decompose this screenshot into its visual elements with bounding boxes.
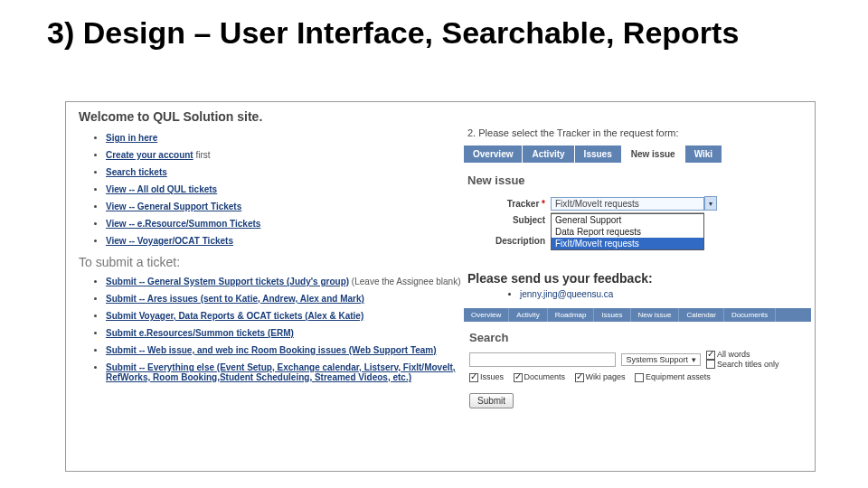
equipment-label: Equipment assets — [646, 372, 711, 381]
submit-item: Submit Voyager, Data Reports & OCAT tick… — [106, 311, 464, 321]
submit-heading: To submit a ticket: — [79, 255, 464, 269]
submit-tail: (Leave the Assignee blank) — [349, 277, 460, 286]
tracker-selected-text: FixIt/MoveIt requests — [555, 199, 639, 209]
search-options-right: All words Search titles only — [706, 350, 806, 369]
search-input[interactable] — [469, 352, 616, 367]
all-words-checkbox[interactable] — [706, 351, 715, 360]
nav-item: View -- General Support Tickets — [106, 202, 464, 211]
tab2-roadmap[interactable]: Roadmap — [548, 308, 595, 322]
welcome-heading: Welcome to QUL Solution site. — [79, 109, 464, 124]
documents-checkbox[interactable] — [514, 373, 523, 382]
screenshot-panel: Welcome to QUL Solution site. Sign in he… — [65, 101, 816, 472]
tab2-activity[interactable]: Activity — [509, 308, 547, 322]
nav-link[interactable]: View -- Voyager/OCAT Tickets — [106, 236, 233, 246]
nav-item: Sign in here — [106, 133, 464, 143]
nav-item: View -- All old QUL tickets — [106, 184, 464, 194]
dropdown-arrow-icon[interactable]: ▾ — [704, 196, 717, 211]
tracker-options: General Support Data Report requests Fix… — [551, 213, 704, 250]
tab-wiki[interactable]: Wiki — [685, 145, 722, 163]
nav-link[interactable]: Search tickets — [106, 167, 167, 177]
nav-item: View -- Voyager/OCAT Tickets — [106, 236, 464, 246]
submit-item: Submit -- Web issue, and web inc Room Bo… — [106, 345, 464, 355]
nav-item: View -- e.Resource/Summon Tickets — [106, 219, 464, 229]
wiki-checkbox[interactable] — [575, 373, 584, 382]
submit-link-list: Submit -- General System Support tickets… — [106, 277, 464, 382]
submit-item: Submit -- General System Support tickets… — [106, 277, 464, 286]
all-words-label: All words — [717, 350, 750, 359]
chevron-down-icon: ▾ — [692, 355, 696, 364]
nav-link[interactable]: View -- All old QUL tickets — [106, 184, 217, 194]
nav-link-list: Sign in here Create your account first S… — [106, 133, 464, 246]
submit-link[interactable]: Submit Voyager, Data Reports & OCAT tick… — [106, 311, 363, 321]
search-tabbar: Overview Activity Roadmap Issues New iss… — [464, 308, 811, 322]
feedback-email-link[interactable]: jenny.jing@queensu.ca — [520, 289, 613, 299]
tracker-option[interactable]: General Support — [552, 214, 703, 226]
titles-only-checkbox[interactable] — [706, 360, 715, 369]
search-type-row: Issues Documents Wiki pages Equipment as… — [469, 372, 806, 382]
tab-issues[interactable]: Issues — [575, 145, 622, 163]
required-asterisk: * — [542, 199, 545, 209]
tracker-tabbar: Overview Activity Issues New issue Wiki — [464, 145, 811, 163]
tab2-new-issue[interactable]: New issue — [631, 308, 680, 322]
tab-overview[interactable]: Overview — [464, 145, 523, 163]
feedback-heading: Please send us your feedback: — [467, 271, 811, 286]
tracker-option[interactable]: Data Report requests — [552, 226, 703, 238]
tracker-row: Tracker * FixIt/MoveIt requests General … — [464, 196, 811, 211]
nav-item: Search tickets — [106, 167, 464, 177]
tab-activity[interactable]: Activity — [523, 145, 574, 163]
submit-link[interactable]: Submit e.Resources/Summon tickets (ERM) — [106, 328, 294, 338]
description-label: Description — [464, 236, 551, 246]
nav-tail: first — [193, 150, 211, 160]
submit-link[interactable]: Submit -- Ares issues (sent to Katie, An… — [106, 294, 364, 304]
search-row: Systems Support ▾ All words Search title… — [469, 350, 806, 369]
slide-title: 3) Design – User Interface, Searchable, … — [0, 0, 868, 50]
equipment-checkbox[interactable] — [635, 373, 644, 382]
tracker-option-highlighted[interactable]: FixIt/MoveIt requests — [552, 238, 703, 249]
nav-link[interactable]: View -- e.Resource/Summon Tickets — [106, 219, 260, 229]
tracker-label: Tracker * — [464, 199, 551, 209]
nav-link[interactable]: View -- General Support Tickets — [106, 202, 241, 211]
feedback-item: jenny.jing@queensu.ca — [520, 289, 811, 299]
tracker-dropdown[interactable]: FixIt/MoveIt requests General Support Da… — [551, 197, 704, 211]
nav-link[interactable]: Create your account — [106, 150, 193, 160]
tab2-issues[interactable]: Issues — [594, 308, 630, 322]
tab2-overview[interactable]: Overview — [464, 308, 509, 322]
tab-new-issue[interactable]: New issue — [622, 145, 685, 163]
right-column: 2. Please select the Tracker in the requ… — [464, 108, 811, 408]
submit-link[interactable]: Submit -- Web issue, and web inc Room Bo… — [106, 345, 437, 355]
nav-item: Create your account first — [106, 150, 464, 160]
tab2-documents[interactable]: Documents — [724, 308, 776, 322]
documents-label: Documents — [524, 372, 566, 381]
search-heading: Search — [469, 331, 811, 344]
new-issue-title: New issue — [467, 174, 811, 187]
nav-link[interactable]: Sign in here — [106, 133, 157, 143]
search-scope-select[interactable]: Systems Support ▾ — [621, 353, 701, 366]
submit-item: Submit e.Resources/Summon tickets (ERM) — [106, 328, 464, 338]
subject-label: Subject — [464, 215, 551, 225]
left-column: Welcome to QUL Solution site. Sign in he… — [75, 106, 464, 389]
submit-item: Submit -- Everything else (Event Setup, … — [106, 362, 464, 382]
step-2-label: 2. Please select the Tracker in the requ… — [467, 127, 811, 138]
issues-label: Issues — [480, 372, 504, 381]
submit-item: Submit -- Ares issues (sent to Katie, An… — [106, 294, 464, 304]
submit-link[interactable]: Submit -- Everything else (Event Setup, … — [106, 362, 456, 382]
titles-only-label: Search titles only — [717, 360, 779, 369]
tracker-selected[interactable]: FixIt/MoveIt requests — [551, 197, 704, 211]
issues-checkbox[interactable] — [469, 373, 478, 382]
feedback-list: jenny.jing@queensu.ca — [484, 289, 811, 299]
wiki-label: Wiki pages — [586, 372, 626, 381]
search-submit-button[interactable]: Submit — [469, 393, 514, 408]
submit-link[interactable]: Submit -- General System Support tickets… — [106, 277, 349, 286]
tab2-calendar[interactable]: Calendar — [679, 308, 723, 322]
